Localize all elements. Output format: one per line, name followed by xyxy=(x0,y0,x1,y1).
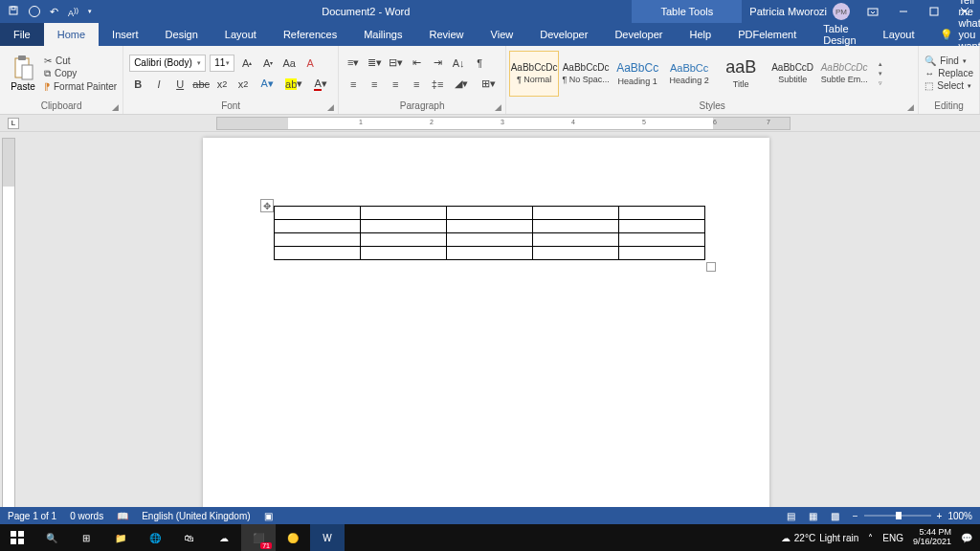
tab-mailings[interactable]: Mailings xyxy=(350,23,415,46)
align-right-button[interactable]: ≡ xyxy=(387,76,404,93)
search-button[interactable]: 🔍 xyxy=(34,524,69,551)
tab-layout[interactable]: Layout xyxy=(212,23,270,46)
increase-indent-button[interactable]: ⇥ xyxy=(429,55,446,72)
taskbar-app-explorer[interactable]: 📁 xyxy=(103,524,138,551)
tab-selector[interactable]: L xyxy=(8,118,19,129)
tab-developer-2[interactable]: Developer xyxy=(601,23,676,46)
subscript-button[interactable]: x2 xyxy=(213,76,231,93)
document-table[interactable] xyxy=(274,206,705,260)
numbering-button[interactable]: ≣▾ xyxy=(366,55,383,72)
word-count[interactable]: 0 words xyxy=(70,511,103,521)
horizontal-ruler[interactable]: 1 2 3 4 5 6 7 xyxy=(216,117,791,130)
paste-button[interactable]: Paste xyxy=(6,55,40,92)
font-dialog-launcher[interactable]: ◢ xyxy=(324,102,336,114)
shrink-font-button[interactable]: A▾ xyxy=(259,55,277,72)
taskbar-app-unknown[interactable]: ⬛ xyxy=(241,524,276,551)
style-item-heading-1[interactable]: AaBbCcHeading 1 xyxy=(612,51,662,97)
tab-insert[interactable]: Insert xyxy=(99,23,152,46)
clear-formatting-button[interactable]: A xyxy=(301,55,319,72)
tab-design[interactable]: Design xyxy=(152,23,212,46)
decrease-indent-button[interactable]: ⇤ xyxy=(408,55,425,72)
ribbon-options-icon[interactable] xyxy=(858,0,888,23)
macro-icon[interactable]: ▣ xyxy=(264,511,273,521)
show-marks-button[interactable]: ¶ xyxy=(471,55,488,72)
select-button[interactable]: ⬚Select ▾ xyxy=(924,80,973,91)
tray-input-lang[interactable]: ENG xyxy=(882,533,903,543)
change-case-button[interactable]: Aa xyxy=(280,55,298,72)
format-painter-button[interactable]: ⁋Format Painter xyxy=(44,81,117,92)
justify-button[interactable]: ≡ xyxy=(408,76,425,93)
weather-widget[interactable]: ☁ 22°C Light rain xyxy=(781,533,858,543)
qat-more-icon[interactable]: ▾ xyxy=(88,8,92,15)
zoom-in-icon[interactable]: + xyxy=(937,511,943,521)
multilevel-list-button[interactable]: ⊟▾ xyxy=(387,55,404,72)
taskbar-app-store[interactable]: 🛍 xyxy=(172,524,207,551)
style-item--no-spac-[interactable]: AaBbCcDc¶ No Spac... xyxy=(561,51,611,97)
spellcheck-icon[interactable]: 📖 xyxy=(117,511,128,521)
font-name-combo[interactable]: Calibri (Body)▾ xyxy=(129,55,206,72)
minimize-button[interactable] xyxy=(888,0,919,23)
tab-table-layout[interactable]: Layout xyxy=(870,23,928,46)
style-item--normal[interactable]: AaBbCcDc¶ Normal xyxy=(509,51,559,97)
bullets-button[interactable]: ≡▾ xyxy=(345,55,362,72)
superscript-button[interactable]: x2 xyxy=(234,76,252,93)
style-item-heading-2[interactable]: AaBbCcHeading 2 xyxy=(664,51,714,97)
save-icon[interactable] xyxy=(8,5,19,18)
text-effects-button[interactable]: A▾ xyxy=(256,76,278,93)
page[interactable]: ✥ xyxy=(203,138,769,507)
italic-button[interactable]: I xyxy=(150,76,167,93)
start-button[interactable] xyxy=(0,524,34,551)
web-layout-icon[interactable]: ▩ xyxy=(831,511,839,521)
bold-button[interactable]: B xyxy=(129,76,146,93)
taskbar-app-chrome[interactable]: 🟡 xyxy=(276,524,310,551)
borders-button[interactable]: ⊞▾ xyxy=(477,76,500,93)
paragraph-dialog-launcher[interactable]: ◢ xyxy=(492,102,503,114)
tab-references[interactable]: References xyxy=(270,23,350,46)
vertical-ruler[interactable] xyxy=(0,132,17,507)
sort-button[interactable]: A↓ xyxy=(450,55,467,72)
strikethrough-button[interactable]: abc xyxy=(192,76,210,93)
read-mode-icon[interactable]: ▤ xyxy=(787,511,795,521)
styles-gallery[interactable]: AaBbCcDc¶ NormalAaBbCcDc¶ No Spac...AaBb… xyxy=(508,50,870,97)
tab-developer[interactable]: Developer xyxy=(526,23,601,46)
zoom-value[interactable]: 100% xyxy=(947,511,972,521)
style-item-title[interactable]: aaBTitle xyxy=(716,51,766,97)
underline-button[interactable]: U xyxy=(171,76,189,93)
line-spacing-button[interactable]: ‡≡ xyxy=(429,76,446,93)
taskbar-app-edge[interactable]: 🌐 xyxy=(138,524,172,551)
cut-button[interactable]: ✂Cut xyxy=(44,55,117,66)
table-row[interactable] xyxy=(275,233,705,247)
tab-view[interactable]: View xyxy=(478,23,527,46)
tab-home[interactable]: Home xyxy=(44,23,99,46)
tab-help[interactable]: Help xyxy=(677,23,725,46)
task-view-button[interactable]: ⊞ xyxy=(69,524,103,551)
tab-table-design[interactable]: Table Design xyxy=(810,23,869,46)
notifications-icon[interactable]: 💬 xyxy=(961,533,972,543)
highlight-button[interactable]: ab▾ xyxy=(282,76,305,93)
table-row[interactable] xyxy=(275,220,705,233)
styles-gallery-more[interactable]: ▴▾▿ xyxy=(874,60,887,87)
zoom-slider[interactable] xyxy=(864,515,931,517)
copy-button[interactable]: ⧉Copy xyxy=(44,68,117,79)
tab-pdfelement[interactable]: PDFelement xyxy=(724,23,810,46)
touch-mode-icon[interactable] xyxy=(29,6,40,17)
tab-review[interactable]: Review xyxy=(416,23,478,46)
clipboard-dialog-launcher[interactable]: ◢ xyxy=(109,102,121,114)
grow-font-button[interactable]: A▴ xyxy=(238,55,256,72)
print-layout-icon[interactable]: ▦ xyxy=(809,511,817,521)
language-indicator[interactable]: English (United Kingdom) xyxy=(142,511,250,521)
redo-icon[interactable]: A)) xyxy=(68,6,78,18)
styles-dialog-launcher[interactable]: ◢ xyxy=(904,102,916,114)
style-item-subtitle[interactable]: AaBbCcDSubtitle xyxy=(768,51,817,97)
taskbar-app-word[interactable]: W xyxy=(310,524,345,551)
taskbar-app-mail[interactable]: ☁ xyxy=(207,524,241,551)
table-move-handle[interactable]: ✥ xyxy=(260,199,274,212)
find-button[interactable]: 🔍Find ▾ xyxy=(924,55,973,66)
replace-button[interactable]: ↔Replace xyxy=(924,68,973,78)
zoom-control[interactable]: − + 100% xyxy=(853,511,972,521)
tray-clock[interactable]: 5:44 PM 9/16/2021 xyxy=(913,528,951,547)
table-resize-handle[interactable] xyxy=(706,262,716,272)
table-row[interactable] xyxy=(275,207,705,220)
page-indicator[interactable]: Page 1 of 1 xyxy=(8,511,56,521)
align-left-button[interactable]: ≡ xyxy=(345,76,362,93)
